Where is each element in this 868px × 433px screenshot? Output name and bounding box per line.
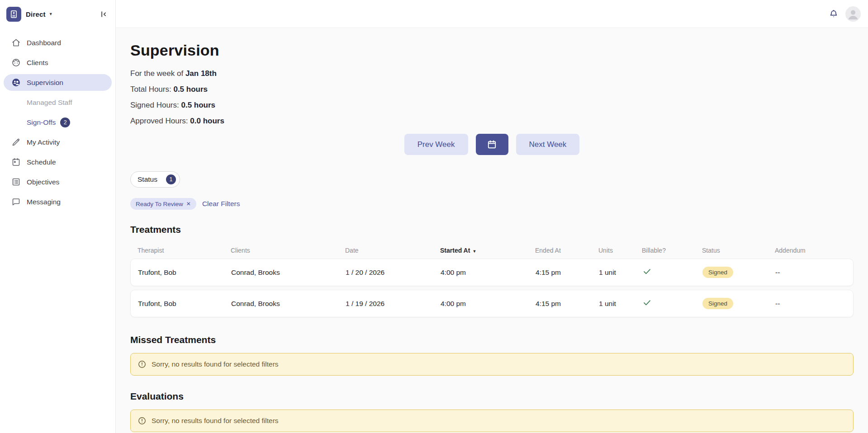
chevron-down-icon: ▼ xyxy=(49,12,53,16)
cell-ended-at: 4:15 pm xyxy=(536,268,599,277)
chip-label: Ready To Review xyxy=(136,201,183,207)
evaluations-empty-banner: Sorry, no results found for selected fil… xyxy=(130,409,854,432)
approved-hours-value: 0.0 hours xyxy=(190,117,224,125)
week-of-label: For the week of xyxy=(130,69,185,78)
col-started-at-label: Started At xyxy=(440,247,470,254)
pencil-icon xyxy=(11,137,21,147)
treatments-heading: Treatments xyxy=(130,224,854,235)
notifications-bell-icon[interactable] xyxy=(829,9,839,19)
sidebar-item-objectives[interactable]: Objectives xyxy=(4,174,112,190)
signed-hours-value: 0.5 hours xyxy=(181,101,215,109)
status-badge: Signed xyxy=(702,298,733,309)
alert-circle-icon xyxy=(138,360,147,369)
week-navigation: Prev Week Next Week xyxy=(130,134,854,155)
cell-started-at: 4:00 pm xyxy=(441,268,536,277)
sidebar-item-label: Dashboard xyxy=(27,39,61,47)
col-clients: Clients xyxy=(231,247,345,254)
col-billable: Billable? xyxy=(642,247,702,254)
col-addendum: Addendum xyxy=(775,247,846,254)
clear-filters-link[interactable]: Clear Filters xyxy=(202,200,240,208)
total-hours-label: Total Hours: xyxy=(130,85,173,94)
alert-circle-icon xyxy=(138,416,147,425)
sidebar-item-label: Sign-Offs xyxy=(27,118,56,127)
app-logo xyxy=(6,7,21,22)
calendar-picker-button[interactable] xyxy=(476,134,508,155)
remove-filter-icon[interactable]: ✕ xyxy=(186,201,191,207)
total-hours-value: 0.5 hours xyxy=(173,85,208,94)
cell-status: Signed xyxy=(702,267,775,278)
col-units: Units xyxy=(598,247,642,254)
col-ended-at: Ended At xyxy=(535,247,598,254)
week-summary: For the week of Jan 18th Total Hours: 0.… xyxy=(130,69,854,126)
col-started-at[interactable]: Started At▼ xyxy=(440,247,535,254)
sidebar-item-supervision[interactable]: Supervision xyxy=(4,74,112,91)
sidebar-item-schedule[interactable]: Schedule xyxy=(4,154,112,170)
topbar xyxy=(116,0,868,28)
billable-check-icon xyxy=(642,267,702,278)
next-week-button[interactable]: Next Week xyxy=(516,134,580,155)
active-filters-row: Ready To Review ✕ Clear Filters xyxy=(130,198,854,210)
sidebar-item-managed-staff[interactable]: Managed Staff xyxy=(4,94,112,111)
sidebar: Direct ▼ Dashboard xyxy=(0,0,116,433)
home-icon xyxy=(11,38,21,47)
calendar-icon xyxy=(11,157,21,167)
sidebar-item-label: Clients xyxy=(27,59,48,67)
missed-treatments-empty-banner: Sorry, no results found for selected fil… xyxy=(130,353,854,376)
sidebar-item-clients[interactable]: Clients xyxy=(4,54,112,71)
sidebar-item-label: Messaging xyxy=(27,198,61,206)
sidebar-header: Direct ▼ xyxy=(0,0,115,28)
sidebar-item-my-activity[interactable]: My Activity xyxy=(4,134,112,151)
sidebar-item-dashboard[interactable]: Dashboard xyxy=(4,34,112,51)
week-of-value: Jan 18th xyxy=(185,69,217,78)
cell-units: 1 unit xyxy=(599,268,642,277)
supervised-user-icon xyxy=(11,78,21,87)
treatment-row[interactable]: Trufont, Bob Conrad, Brooks 1 / 19 / 202… xyxy=(130,290,854,317)
empty-message: Sorry, no results found for selected fil… xyxy=(152,417,279,425)
sidebar-item-label: My Activity xyxy=(27,138,60,146)
cell-therapist: Trufont, Bob xyxy=(138,300,231,308)
org-switcher[interactable]: Direct ▼ xyxy=(26,10,53,18)
cell-started-at: 4:00 pm xyxy=(441,300,536,308)
cell-units: 1 unit xyxy=(599,300,642,308)
sidebar-collapse-button[interactable] xyxy=(100,10,108,19)
week-of-line: For the week of Jan 18th xyxy=(130,69,854,78)
sidebar-item-sign-offs[interactable]: Sign-Offs 2 xyxy=(4,114,112,131)
approved-hours-line: Approved Hours: 0.0 hours xyxy=(130,117,854,126)
prev-week-button[interactable]: Prev Week xyxy=(404,134,468,155)
org-name: Direct xyxy=(26,10,46,18)
list-icon xyxy=(11,177,21,187)
cell-addendum: -- xyxy=(775,300,846,308)
status-filter-label: Status xyxy=(138,175,157,184)
face-icon xyxy=(11,58,21,67)
evaluations-heading: Evaluations xyxy=(130,391,854,402)
signed-hours-line: Signed Hours: 0.5 hours xyxy=(130,101,854,110)
cell-clients: Conrad, Brooks xyxy=(231,268,346,277)
cell-clients: Conrad, Brooks xyxy=(231,300,346,308)
ready-to-review-chip[interactable]: Ready To Review ✕ xyxy=(130,198,196,210)
chat-icon xyxy=(11,197,21,207)
total-hours-line: Total Hours: 0.5 hours xyxy=(130,85,854,94)
sidebar-item-label: Objectives xyxy=(27,178,59,186)
treatments-table-header: Therapist Clients Date Started At▼ Ended… xyxy=(130,246,854,255)
status-filter-button[interactable]: Status 1 xyxy=(130,171,180,188)
sidebar-item-label: Schedule xyxy=(27,158,56,166)
user-avatar[interactable] xyxy=(845,6,861,22)
col-date: Date xyxy=(345,247,440,254)
treatment-row[interactable]: Trufont, Bob Conrad, Brooks 1 / 20 / 202… xyxy=(130,259,854,286)
calendar-icon xyxy=(487,139,497,150)
col-therapist: Therapist xyxy=(138,247,231,254)
status-filter-count-badge: 1 xyxy=(166,174,176,184)
cell-therapist: Trufont, Bob xyxy=(138,268,231,277)
cell-status: Signed xyxy=(702,298,775,309)
cell-date: 1 / 19 / 2026 xyxy=(346,300,441,308)
sidebar-nav: Dashboard Clients xyxy=(0,28,115,213)
card-heart-icon xyxy=(9,9,19,19)
missed-treatments-heading: Missed Treatments xyxy=(130,334,854,345)
empty-message: Sorry, no results found for selected fil… xyxy=(152,360,279,368)
sidebar-item-messaging[interactable]: Messaging xyxy=(4,193,112,210)
col-status: Status xyxy=(702,247,775,254)
sign-offs-count-badge: 2 xyxy=(60,118,70,127)
approved-hours-label: Approved Hours: xyxy=(130,117,190,125)
sidebar-item-label: Managed Staff xyxy=(27,99,72,107)
signed-hours-label: Signed Hours: xyxy=(130,101,181,109)
